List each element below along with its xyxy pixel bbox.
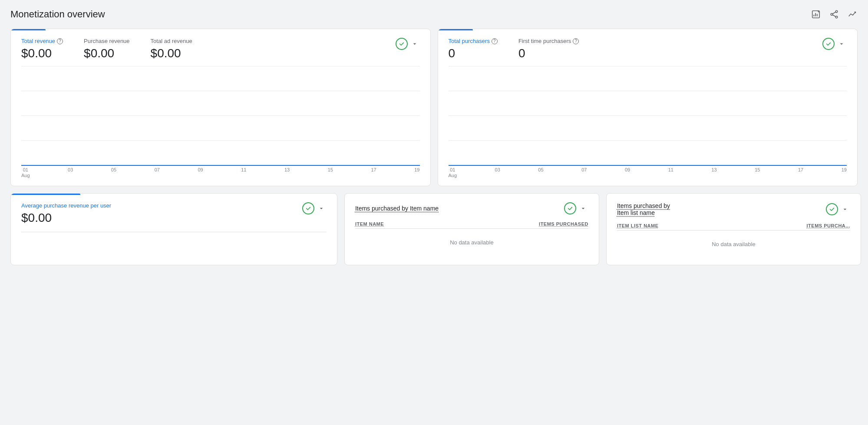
chart-x-labels: 01Aug 03 05 07 09 11 13 15 17 19	[449, 167, 847, 178]
row1-cards: Total revenue ? $0.00 Purchase revenue $…	[10, 29, 858, 186]
x-label: 03	[68, 167, 73, 178]
chart-area: 01Aug 03 05 07 09 11 13 15 17 19	[449, 66, 847, 179]
items-by-list-name-title: Items purchased byItem list name	[617, 202, 670, 216]
total-purchasers-value: 0	[449, 46, 498, 61]
share-icon[interactable]	[829, 9, 839, 20]
x-label: 11	[241, 167, 246, 178]
chart-x-labels: 01Aug 03 05 07 09 11 13 15 17 19	[21, 167, 420, 178]
avg-purchase-revenue-card: Average purchase revenue per user $0.00	[10, 193, 337, 265]
items-by-list-name-card: Items purchased byItem list name ITEM LI…	[606, 193, 861, 265]
total-purchasers-label: Total purchasers ?	[449, 38, 498, 44]
total-ad-revenue-value: $0.00	[151, 46, 192, 61]
item-name-col-label: ITEM NAME	[355, 221, 384, 227]
x-label: 19	[842, 167, 847, 178]
items-purchased-col-label: ITEMS PURCHASED	[539, 221, 588, 227]
x-label: 07	[155, 167, 160, 178]
svg-line-9	[833, 15, 836, 16]
svg-line-8	[833, 12, 836, 14]
chart-grid	[449, 66, 847, 166]
svg-point-5	[835, 10, 838, 13]
card-header: Total purchasers ? 0 First time purchase…	[449, 38, 847, 61]
page-title: Monetization overview	[10, 9, 105, 20]
x-label: 05	[538, 167, 543, 178]
x-label: 07	[581, 167, 587, 178]
card-top-bar	[11, 194, 80, 195]
total-revenue-metric: Total revenue ? $0.00	[21, 38, 63, 61]
check-badge	[564, 202, 576, 214]
card-header: Total revenue ? $0.00 Purchase revenue $…	[21, 38, 420, 61]
check-badge	[822, 38, 835, 50]
chart-area: 01Aug 03 05 07 09 11 13 15 17 19	[21, 66, 420, 179]
purchase-revenue-label: Purchase revenue	[84, 38, 130, 44]
x-label: 19	[414, 167, 419, 178]
chart-baseline	[21, 165, 420, 166]
trending-icon[interactable]	[847, 9, 858, 20]
items-by-item-name-card: Items purchased by Item name ITEM NAME I…	[344, 193, 599, 265]
total-purchasers-metric: Total purchasers ? 0	[449, 38, 498, 61]
first-time-purchasers-info-icon[interactable]: ?	[573, 38, 579, 44]
x-label: 01Aug	[449, 167, 457, 178]
x-label: 15	[755, 167, 760, 178]
card-actions	[564, 202, 588, 214]
chart-grid	[21, 66, 420, 166]
check-badge	[396, 38, 408, 50]
items-by-item-name-title: Items purchased by Item name	[355, 205, 439, 212]
card-metrics: Average purchase revenue per user $0.00	[21, 202, 111, 225]
total-revenue-value: $0.00	[21, 46, 63, 61]
items-purchased-col-label: ITEMS PURCHA...	[807, 223, 850, 228]
x-label: 09	[198, 167, 203, 178]
check-badge	[302, 202, 314, 214]
check-badge	[826, 203, 838, 215]
card-title-header: Items purchased byItem list name	[617, 202, 850, 216]
no-data-message: No data available	[355, 229, 588, 256]
header-icons	[811, 9, 858, 20]
edit-chart-icon[interactable]	[811, 9, 821, 20]
avg-purchase-revenue-metric: Average purchase revenue per user $0.00	[21, 202, 111, 225]
dropdown-button[interactable]	[578, 203, 588, 214]
card-actions	[396, 38, 420, 50]
purchase-revenue-metric: Purchase revenue $0.00	[84, 38, 130, 61]
table-header-row: ITEM NAME ITEMS PURCHASED	[355, 218, 588, 229]
total-purchasers-card: Total purchasers ? 0 First time purchase…	[438, 29, 858, 186]
dropdown-button[interactable]	[409, 39, 420, 49]
card-actions	[302, 202, 327, 214]
x-label: 01Aug	[21, 167, 30, 178]
page-header: Monetization overview	[10, 9, 858, 20]
x-label: 03	[495, 167, 500, 178]
card-actions	[826, 203, 850, 215]
total-revenue-card: Total revenue ? $0.00 Purchase revenue $…	[10, 29, 431, 186]
dropdown-button[interactable]	[836, 39, 847, 49]
card-metrics: Total revenue ? $0.00 Purchase revenue $…	[21, 38, 192, 61]
first-time-purchasers-label: First time purchasers ?	[518, 38, 579, 44]
first-time-purchasers-value: 0	[518, 46, 579, 61]
card-divider	[21, 232, 327, 232]
dropdown-button[interactable]	[840, 204, 850, 214]
x-label: 13	[284, 167, 290, 178]
total-revenue-info-icon[interactable]: ?	[57, 38, 63, 44]
avg-purchase-revenue-value: $0.00	[21, 211, 111, 225]
row2-cards: Average purchase revenue per user $0.00	[10, 193, 858, 265]
x-label: 15	[328, 167, 333, 178]
x-label: 17	[798, 167, 803, 178]
total-ad-revenue-label: Total ad revenue	[151, 38, 192, 44]
card-header: Average purchase revenue per user $0.00	[21, 202, 327, 225]
x-label: 17	[371, 167, 376, 178]
avg-purchase-revenue-label: Average purchase revenue per user	[21, 202, 111, 209]
card-top-bar	[11, 29, 46, 30]
page-container: Monetization overview	[0, 0, 868, 274]
chart-baseline	[449, 165, 847, 166]
table-header-row: ITEM LIST NAME ITEMS PURCHA...	[617, 220, 850, 231]
card-actions	[822, 38, 847, 50]
no-data-message: No data available	[617, 231, 850, 258]
x-label: 05	[111, 167, 116, 178]
total-purchasers-info-icon[interactable]: ?	[492, 38, 498, 44]
x-label: 09	[625, 167, 630, 178]
card-metrics: Total purchasers ? 0 First time purchase…	[449, 38, 579, 61]
total-ad-revenue-metric: Total ad revenue $0.00	[151, 38, 192, 61]
x-label: 13	[711, 167, 716, 178]
dropdown-button[interactable]	[316, 203, 327, 214]
svg-point-7	[835, 16, 838, 18]
purchase-revenue-value: $0.00	[84, 46, 130, 61]
x-label: 11	[668, 167, 673, 178]
total-revenue-label: Total revenue ?	[21, 38, 63, 44]
